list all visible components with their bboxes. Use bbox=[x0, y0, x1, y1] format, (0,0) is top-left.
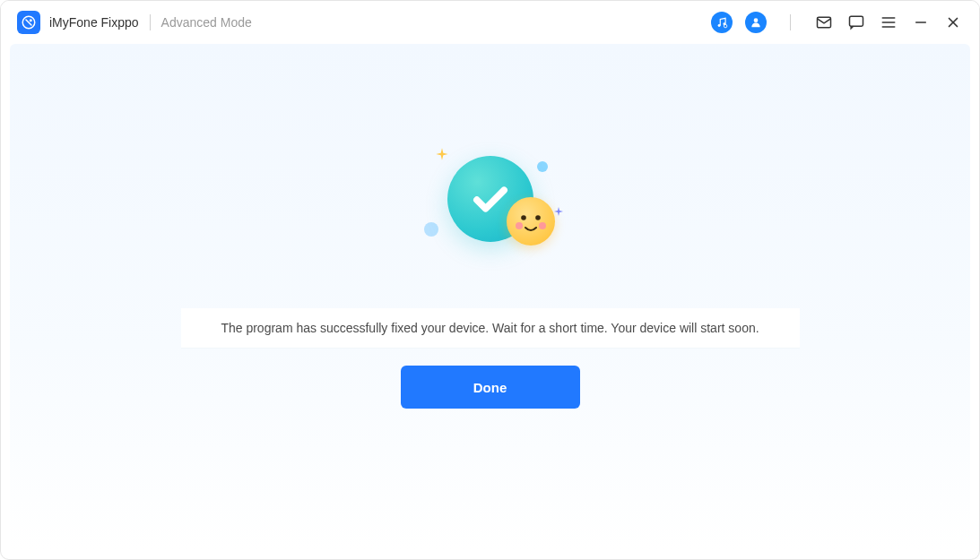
main-content: The program has successfully fixed your … bbox=[10, 44, 970, 550]
svg-point-5 bbox=[754, 18, 759, 22]
divider bbox=[790, 14, 791, 30]
mode-label: Advanced Mode bbox=[161, 15, 252, 30]
svg-point-15 bbox=[535, 215, 541, 220]
minimize-icon[interactable] bbox=[911, 13, 931, 32]
sparkle-icon bbox=[435, 147, 449, 165]
success-graphic bbox=[410, 147, 571, 272]
close-icon[interactable] bbox=[943, 13, 963, 32]
music-search-icon[interactable] bbox=[711, 12, 733, 33]
svg-rect-7 bbox=[850, 16, 863, 26]
done-button[interactable]: Done bbox=[401, 366, 580, 409]
app-name: iMyFone Fixppo bbox=[49, 15, 139, 30]
app-logo-icon bbox=[17, 11, 40, 34]
success-message: The program has successfully fixed your … bbox=[181, 308, 800, 348]
feedback-icon[interactable] bbox=[846, 13, 866, 32]
svg-point-1 bbox=[30, 19, 32, 22]
menu-icon[interactable] bbox=[879, 13, 898, 32]
app-window: iMyFone Fixppo Advanced Mode bbox=[0, 0, 980, 560]
svg-point-4 bbox=[724, 24, 727, 28]
titlebar: iMyFone Fixppo Advanced Mode bbox=[1, 1, 979, 44]
svg-point-16 bbox=[516, 222, 523, 229]
titlebar-actions bbox=[711, 12, 963, 33]
smiley-face-icon bbox=[507, 197, 555, 246]
dot-icon bbox=[537, 161, 548, 172]
svg-point-2 bbox=[718, 24, 721, 27]
mail-icon[interactable] bbox=[814, 13, 834, 32]
svg-point-17 bbox=[539, 222, 546, 229]
account-icon[interactable] bbox=[745, 12, 767, 33]
svg-point-14 bbox=[521, 215, 526, 220]
divider bbox=[150, 14, 151, 30]
dot-icon bbox=[424, 222, 438, 237]
